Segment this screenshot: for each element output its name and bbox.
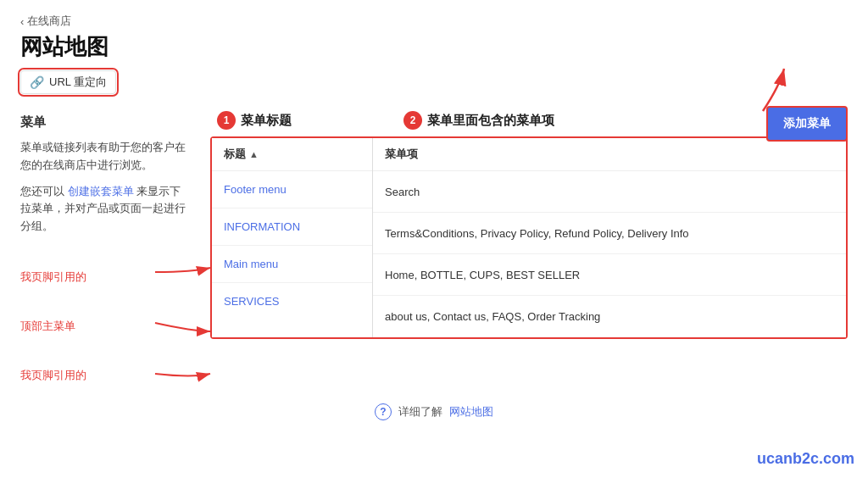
footer-help-link[interactable]: 网站地图 <box>449 404 493 420</box>
items-cell-0: Search <box>373 171 846 213</box>
label-menu-title: 1 菜单标题 <box>217 111 387 130</box>
menu-row-footer[interactable]: Footer menu <box>212 171 372 208</box>
items-cell-2: Home, BOTTLE, CUPS, BEST SELLER <box>373 254 846 296</box>
sidebar-desc2-prefix: 您还可以 <box>20 185 68 197</box>
panel-items-header: 菜单项 <box>373 138 846 171</box>
panel-items: 菜单项 Search Terms&Conditions, Privacy Pol… <box>373 138 846 337</box>
menu-table: 标题 ▲ Footer menu INFORMATION Main menu S… <box>210 136 848 339</box>
page-title: 网站地图 <box>20 32 848 62</box>
menu-row-main[interactable]: Main menu <box>212 246 372 283</box>
add-menu-button[interactable]: 添加菜单 <box>766 106 848 142</box>
sidebar-desc2: 您还可以 创建嵌套菜单 来显示下拉菜单，并对产品或页面一起进行分组。 <box>20 183 190 236</box>
breadcrumb-link[interactable]: 在线商店 <box>27 14 71 29</box>
sort-arrow-icon: ▲ <box>249 149 259 159</box>
link-icon: 🔗 <box>30 75 44 89</box>
annotation-footer2: 我页脚引用的 <box>20 368 190 383</box>
watermark: ucanb2c.com <box>757 450 854 468</box>
menu-row-services[interactable]: SERVICES <box>212 283 372 320</box>
sidebar-desc1: 菜单或链接列表有助于您的客户在您的在线商店中进行浏览。 <box>20 139 190 175</box>
help-icon: ? <box>375 403 392 420</box>
sidebar: 菜单 菜单或链接列表有助于您的客户在您的在线商店中进行浏览。 您还可以 创建嵌套… <box>20 111 190 383</box>
sidebar-title: 菜单 <box>20 114 190 131</box>
label-text-1: 菜单标题 <box>241 113 292 129</box>
url-redirect-label: URL 重定向 <box>49 75 107 90</box>
badge-2: 2 <box>403 111 422 130</box>
labels-row: 1 菜单标题 2 菜单里面包含的菜单项 <box>210 111 848 130</box>
label-text-2: 菜单里面包含的菜单项 <box>427 113 554 129</box>
items-cell-3: about us, Contact us, FAQS, Order Tracki… <box>373 296 846 337</box>
url-redirect-button[interactable]: 🔗 URL 重定向 <box>20 70 116 94</box>
items-cell-1: Terms&Conditions, Privacy Policy, Refund… <box>373 213 846 254</box>
panel-title-header: 标题 ▲ <box>212 138 372 171</box>
annotation-footer1: 我页脚引用的 <box>20 270 190 285</box>
label-menu-items: 2 菜单里面包含的菜单项 <box>403 111 554 130</box>
content-area: 添加菜单 1 菜单标题 2 菜单里面包含的菜单项 标题 ▲ <box>210 111 848 383</box>
menu-row-information[interactable]: INFORMATION <box>212 208 372 246</box>
breadcrumb-arrow: ‹ <box>20 15 24 28</box>
footer-help-text: 详细了解 <box>398 404 442 420</box>
create-nested-menu-link[interactable]: 创建嵌套菜单 <box>68 185 134 197</box>
col2-label: 菜单项 <box>385 147 418 162</box>
panel-titles: 标题 ▲ Footer menu INFORMATION Main menu S… <box>212 138 373 337</box>
badge-1: 1 <box>217 111 236 130</box>
col1-label: 标题 <box>224 147 246 162</box>
breadcrumb: ‹ 在线商店 <box>20 14 848 29</box>
annotation-top-menu: 顶部主菜单 <box>20 319 190 334</box>
footer-help: ? 详细了解 网站地图 <box>20 403 848 420</box>
